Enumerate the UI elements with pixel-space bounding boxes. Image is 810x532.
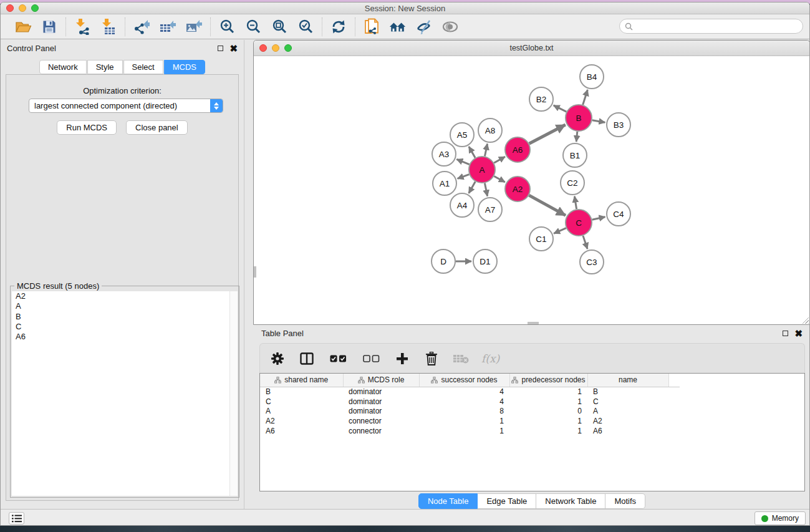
zoom-selected-icon[interactable] (297, 18, 314, 36)
edge-B-B2[interactable] (554, 105, 567, 112)
select-all-icon[interactable] (327, 350, 349, 367)
node-A1[interactable]: A1 (433, 172, 456, 195)
float-panel-icon[interactable] (218, 46, 223, 51)
node-A3[interactable]: A3 (432, 142, 456, 166)
table-row-b[interactable]: Bdominator41B (260, 387, 680, 397)
table-float-icon[interactable] (783, 331, 788, 336)
node-D[interactable]: D (432, 249, 455, 273)
edge-C-C2[interactable] (574, 196, 576, 210)
tab-motifs[interactable]: Motifs (605, 493, 645, 509)
table-row-a[interactable]: Adominator80A (260, 406, 680, 416)
function-builder-icon[interactable]: f(x) (481, 352, 499, 365)
node-A8[interactable]: A8 (478, 118, 502, 142)
import-network-icon[interactable] (74, 18, 91, 36)
toggle-column-panel-icon[interactable] (298, 350, 316, 367)
show-view-eye-icon[interactable] (441, 18, 459, 36)
table-row-a6[interactable]: A6connector11A6 (260, 426, 680, 436)
network-canvas[interactable]: AA1A2A3A4A5A6A7A8BB1B2B3B4CC1C2C3C4DD1 (254, 56, 809, 324)
result-item-a[interactable]: A (12, 301, 238, 311)
tab-style[interactable]: Style (87, 60, 123, 74)
column-header-mcds-role[interactable]: MCDS role (343, 374, 419, 387)
edge-A-A7[interactable] (485, 183, 487, 196)
table-row-a2[interactable]: A2connector11A2 (260, 416, 680, 426)
refresh-icon[interactable] (330, 18, 347, 36)
export-image-icon[interactable] (185, 18, 203, 36)
result-item-c[interactable]: C (12, 322, 238, 332)
edge-A-A5[interactable] (469, 147, 475, 158)
node-A7[interactable]: A7 (478, 198, 502, 221)
node-C1[interactable]: C1 (529, 227, 553, 251)
criterion-dropdown[interactable]: largest connected component (directed) (29, 99, 223, 113)
result-item-b[interactable]: B (12, 312, 238, 322)
memory-button[interactable]: Memory (755, 511, 806, 525)
node-C[interactable]: C (566, 210, 592, 236)
export-table-icon[interactable] (159, 18, 176, 36)
edge-C-C3[interactable] (583, 236, 587, 249)
open-session-icon[interactable] (14, 18, 32, 36)
node-C3[interactable]: C3 (580, 250, 604, 274)
edge-B-B3[interactable] (592, 120, 605, 123)
node-A4[interactable]: A4 (450, 193, 474, 217)
edge-A-A2[interactable] (494, 177, 504, 183)
deselect-all-icon[interactable] (360, 350, 382, 367)
result-list-scrollbar[interactable] (229, 291, 238, 496)
edge-B-B4[interactable] (583, 90, 588, 105)
delete-table-icon[interactable] (452, 350, 470, 367)
edge-A-A1[interactable] (458, 175, 470, 179)
delete-column-trash-icon[interactable] (423, 350, 440, 367)
zoom-fit-icon[interactable] (271, 18, 288, 36)
node-D1[interactable]: D1 (473, 249, 497, 273)
node-B3[interactable]: B3 (607, 113, 630, 137)
edge-A-A6[interactable] (494, 157, 505, 163)
export-network-icon[interactable] (133, 18, 150, 36)
edge-C-C1[interactable] (554, 228, 566, 234)
tab-node-table[interactable]: Node Table (418, 493, 478, 509)
mcds-result-list[interactable]: A2ABCA6 (12, 291, 238, 496)
node-B[interactable]: B (566, 105, 592, 131)
search-input[interactable] (636, 22, 803, 31)
node-C4[interactable]: C4 (607, 202, 630, 226)
close-panel-button[interactable]: Close panel (126, 120, 188, 135)
tab-edge-table[interactable]: Edge Table (478, 493, 536, 509)
node-B2[interactable]: B2 (529, 87, 553, 111)
column-header-name[interactable]: name (587, 374, 668, 387)
run-mcds-button[interactable]: Run MCDS (57, 120, 117, 135)
tab-mcds[interactable]: MCDS (164, 60, 205, 74)
result-item-a2[interactable]: A2 (12, 291, 238, 301)
edge-A-A3[interactable] (456, 159, 469, 164)
tab-network[interactable]: Network (39, 60, 87, 74)
column-header-successor-nodes[interactable]: successor nodes (419, 374, 509, 387)
result-item-a6[interactable]: A6 (12, 332, 238, 342)
copy-network-icon[interactable] (363, 18, 380, 36)
column-header-predecessor-nodes[interactable]: predecessor nodes (509, 374, 587, 387)
network-vscroll-thumb[interactable] (254, 266, 256, 278)
search-box[interactable] (619, 19, 803, 34)
edge-A2-C[interactable] (529, 195, 566, 215)
close-panel-icon[interactable]: ✖ (229, 46, 238, 51)
table-row-c[interactable]: Cdominator41C (260, 397, 680, 407)
save-session-icon[interactable] (41, 18, 58, 36)
zoom-out-icon[interactable] (244, 18, 262, 36)
tab-network-table[interactable]: Network Table (536, 493, 605, 509)
network-hscroll-thumb[interactable] (528, 322, 539, 324)
home-icon[interactable] (389, 18, 407, 36)
node-A6[interactable]: A6 (505, 137, 530, 162)
import-table-icon[interactable] (100, 18, 117, 36)
node-A[interactable]: A (469, 157, 495, 183)
node-A2[interactable]: A2 (505, 177, 530, 201)
column-header-shared-name[interactable]: shared name (260, 374, 343, 387)
node-B4[interactable]: B4 (580, 65, 604, 89)
node-B1[interactable]: B1 (563, 143, 587, 167)
edge-A-A8[interactable] (485, 144, 487, 157)
add-column-icon[interactable] (393, 350, 411, 367)
hide-toggle-icon[interactable] (415, 18, 433, 36)
table-header-row[interactable]: shared nameMCDS rolesuccessor nodesprede… (260, 374, 680, 387)
edge-A-A4[interactable] (469, 181, 475, 193)
edge-A6-B[interactable] (529, 125, 566, 143)
table-close-icon[interactable]: ✖ (794, 331, 803, 336)
zoom-in-icon[interactable] (218, 18, 236, 36)
node-A5[interactable]: A5 (450, 123, 474, 147)
edge-C-C4[interactable] (592, 217, 605, 220)
table-settings-gear-icon[interactable] (269, 350, 286, 367)
node-C2[interactable]: C2 (561, 171, 584, 195)
